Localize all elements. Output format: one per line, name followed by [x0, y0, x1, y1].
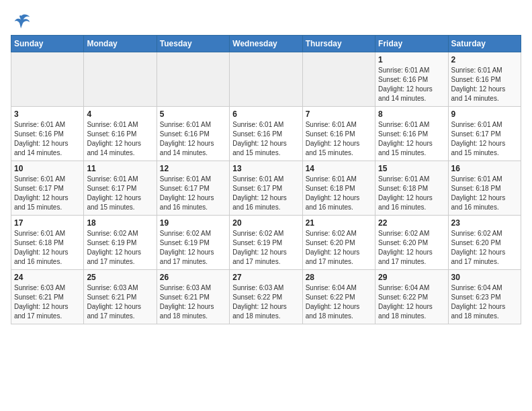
calendar-cell: 29Sunrise: 6:04 AMSunset: 6:22 PMDayligh…	[375, 270, 448, 324]
day-number: 15	[378, 164, 445, 173]
day-number: 5	[160, 109, 226, 119]
day-info: Sunrise: 6:02 AMSunset: 6:20 PMDaylight:…	[306, 229, 372, 267]
calendar-cell: 26Sunrise: 6:03 AMSunset: 6:21 PMDayligh…	[157, 270, 229, 324]
calendar-cell: 21Sunrise: 6:02 AMSunset: 6:20 PMDayligh…	[302, 216, 375, 270]
calendar-cell: 28Sunrise: 6:04 AMSunset: 6:22 PMDayligh…	[302, 270, 375, 324]
calendar-cell: 23Sunrise: 6:02 AMSunset: 6:20 PMDayligh…	[448, 216, 521, 270]
calendar-cell: 4Sunrise: 6:01 AMSunset: 6:16 PMDaylight…	[84, 107, 157, 161]
day-info: Sunrise: 6:01 AMSunset: 6:16 PMDaylight:…	[451, 66, 518, 103]
day-info: Sunrise: 6:01 AMSunset: 6:16 PMDaylight:…	[232, 120, 299, 158]
day-number: 3	[14, 109, 81, 119]
calendar-cell: 6Sunrise: 6:01 AMSunset: 6:16 PMDaylight…	[230, 107, 302, 161]
day-number: 29	[378, 273, 445, 282]
calendar-cell	[84, 52, 157, 107]
day-number: 23	[451, 218, 518, 228]
day-number: 9	[451, 109, 518, 119]
day-number: 6	[232, 109, 299, 119]
calendar-cell: 5Sunrise: 6:01 AMSunset: 6:16 PMDaylight…	[157, 107, 229, 161]
day-number: 21	[306, 218, 372, 228]
calendar-cell: 22Sunrise: 6:02 AMSunset: 6:20 PMDayligh…	[375, 216, 448, 270]
day-number: 26	[160, 273, 226, 282]
day-number: 1	[378, 55, 445, 64]
day-info: Sunrise: 6:01 AMSunset: 6:16 PMDaylight:…	[87, 120, 153, 158]
calendar-cell: 10Sunrise: 6:01 AMSunset: 6:17 PMDayligh…	[11, 161, 84, 216]
calendar-cell: 12Sunrise: 6:01 AMSunset: 6:17 PMDayligh…	[157, 161, 229, 216]
day-info: Sunrise: 6:01 AMSunset: 6:16 PMDaylight:…	[378, 66, 445, 103]
day-info: Sunrise: 6:02 AMSunset: 6:19 PMDaylight:…	[160, 229, 226, 267]
calendar-cell: 2Sunrise: 6:01 AMSunset: 6:16 PMDaylight…	[448, 52, 521, 107]
calendar-cell: 17Sunrise: 6:01 AMSunset: 6:18 PMDayligh…	[11, 216, 84, 270]
day-number: 4	[87, 109, 153, 119]
header-day-saturday: Saturday	[448, 36, 521, 52]
day-number: 27	[232, 273, 299, 282]
day-info: Sunrise: 6:02 AMSunset: 6:19 PMDaylight:…	[87, 229, 153, 267]
day-info: Sunrise: 6:01 AMSunset: 6:16 PMDaylight:…	[160, 120, 226, 158]
calendar-cell: 27Sunrise: 6:03 AMSunset: 6:22 PMDayligh…	[230, 270, 302, 324]
calendar-cell: 25Sunrise: 6:03 AMSunset: 6:21 PMDayligh…	[84, 270, 157, 324]
calendar-cell: 8Sunrise: 6:01 AMSunset: 6:16 PMDaylight…	[375, 107, 448, 161]
header-day-sunday: Sunday	[11, 36, 84, 52]
day-info: Sunrise: 6:01 AMSunset: 6:17 PMDaylight:…	[14, 175, 81, 212]
header-day-wednesday: Wednesday	[230, 36, 302, 52]
day-info: Sunrise: 6:02 AMSunset: 6:19 PMDaylight:…	[232, 229, 299, 267]
day-number: 12	[160, 164, 226, 173]
day-number: 28	[306, 273, 372, 282]
day-info: Sunrise: 6:01 AMSunset: 6:16 PMDaylight:…	[14, 120, 81, 158]
calendar-cell: 1Sunrise: 6:01 AMSunset: 6:16 PMDaylight…	[375, 52, 448, 107]
day-number: 17	[14, 218, 81, 228]
calendar-cell: 30Sunrise: 6:04 AMSunset: 6:23 PMDayligh…	[448, 270, 521, 324]
day-info: Sunrise: 6:01 AMSunset: 6:18 PMDaylight:…	[306, 175, 372, 212]
calendar-header: SundayMondayTuesdayWednesdayThursdayFrid…	[11, 36, 521, 52]
calendar-cell: 7Sunrise: 6:01 AMSunset: 6:16 PMDaylight…	[302, 107, 375, 161]
header-day-friday: Friday	[375, 36, 448, 52]
day-number: 20	[232, 218, 299, 228]
header-day-tuesday: Tuesday	[157, 36, 229, 52]
calendar-cell: 16Sunrise: 6:01 AMSunset: 6:18 PMDayligh…	[448, 161, 521, 216]
day-number: 13	[232, 164, 299, 173]
calendar-cell	[11, 52, 84, 107]
day-number: 2	[451, 55, 518, 64]
calendar-cell: 15Sunrise: 6:01 AMSunset: 6:18 PMDayligh…	[375, 161, 448, 216]
calendar-cell: 18Sunrise: 6:02 AMSunset: 6:19 PMDayligh…	[84, 216, 157, 270]
logo-bird-icon	[12, 11, 31, 30]
calendar-week-2: 10Sunrise: 6:01 AMSunset: 6:17 PMDayligh…	[11, 161, 521, 216]
calendar-cell: 3Sunrise: 6:01 AMSunset: 6:16 PMDaylight…	[11, 107, 84, 161]
calendar-week-0: 1Sunrise: 6:01 AMSunset: 6:16 PMDaylight…	[11, 52, 521, 107]
calendar-week-3: 17Sunrise: 6:01 AMSunset: 6:18 PMDayligh…	[11, 216, 521, 270]
day-info: Sunrise: 6:01 AMSunset: 6:18 PMDaylight:…	[378, 175, 445, 212]
day-info: Sunrise: 6:02 AMSunset: 6:20 PMDaylight:…	[451, 229, 518, 267]
header-row: SundayMondayTuesdayWednesdayThursdayFrid…	[11, 36, 521, 52]
day-number: 8	[378, 109, 445, 119]
day-number: 24	[14, 273, 81, 282]
day-info: Sunrise: 6:01 AMSunset: 6:17 PMDaylight:…	[160, 175, 226, 212]
calendar-cell	[302, 52, 375, 107]
day-info: Sunrise: 6:01 AMSunset: 6:17 PMDaylight:…	[451, 120, 518, 158]
day-info: Sunrise: 6:01 AMSunset: 6:17 PMDaylight:…	[232, 175, 299, 212]
day-info: Sunrise: 6:04 AMSunset: 6:22 PMDaylight:…	[306, 283, 372, 321]
calendar-cell: 9Sunrise: 6:01 AMSunset: 6:17 PMDaylight…	[448, 107, 521, 161]
day-info: Sunrise: 6:03 AMSunset: 6:21 PMDaylight:…	[160, 283, 226, 321]
logo	[11, 11, 31, 30]
calendar-cell: 14Sunrise: 6:01 AMSunset: 6:18 PMDayligh…	[302, 161, 375, 216]
day-number: 22	[378, 218, 445, 228]
day-info: Sunrise: 6:01 AMSunset: 6:16 PMDaylight:…	[306, 120, 372, 158]
day-info: Sunrise: 6:04 AMSunset: 6:22 PMDaylight:…	[378, 283, 445, 321]
day-info: Sunrise: 6:03 AMSunset: 6:21 PMDaylight:…	[14, 283, 81, 321]
day-info: Sunrise: 6:01 AMSunset: 6:16 PMDaylight:…	[378, 120, 445, 158]
day-info: Sunrise: 6:04 AMSunset: 6:23 PMDaylight:…	[451, 283, 518, 321]
day-info: Sunrise: 6:01 AMSunset: 6:18 PMDaylight:…	[14, 229, 81, 267]
day-info: Sunrise: 6:01 AMSunset: 6:17 PMDaylight:…	[87, 175, 153, 212]
calendar-cell	[157, 52, 229, 107]
day-number: 19	[160, 218, 226, 228]
day-number: 14	[306, 164, 372, 173]
calendar-week-4: 24Sunrise: 6:03 AMSunset: 6:21 PMDayligh…	[11, 270, 521, 324]
calendar-cell: 11Sunrise: 6:01 AMSunset: 6:17 PMDayligh…	[84, 161, 157, 216]
day-number: 25	[87, 273, 153, 282]
calendar-cell: 13Sunrise: 6:01 AMSunset: 6:17 PMDayligh…	[230, 161, 302, 216]
header-day-thursday: Thursday	[302, 36, 375, 52]
day-number: 11	[87, 164, 153, 173]
day-info: Sunrise: 6:01 AMSunset: 6:18 PMDaylight:…	[451, 175, 518, 212]
day-number: 7	[306, 109, 372, 119]
day-info: Sunrise: 6:02 AMSunset: 6:20 PMDaylight:…	[378, 229, 445, 267]
calendar-body: 1Sunrise: 6:01 AMSunset: 6:16 PMDaylight…	[11, 52, 521, 324]
